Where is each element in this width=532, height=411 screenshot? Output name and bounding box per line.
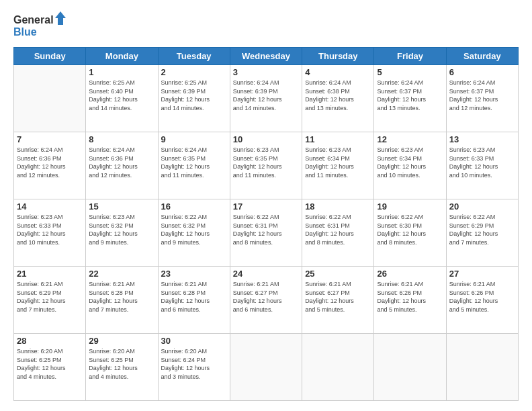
day-info: Sunrise: 6:24 AM Sunset: 6:35 PM Dayligh… — [161, 146, 227, 179]
calendar-cell: 10Sunrise: 6:23 AM Sunset: 6:35 PM Dayli… — [230, 132, 302, 199]
calendar-cell: 13Sunrise: 6:23 AM Sunset: 6:33 PM Dayli… — [446, 132, 518, 199]
day-number: 28 — [17, 336, 83, 346]
day-info: Sunrise: 6:21 AM Sunset: 6:29 PM Dayligh… — [17, 280, 83, 314]
day-info: Sunrise: 6:21 AM Sunset: 6:26 PM Dayligh… — [449, 280, 515, 314]
calendar-cell: 17Sunrise: 6:22 AM Sunset: 6:31 PM Dayli… — [230, 199, 302, 267]
calendar-cell: 25Sunrise: 6:21 AM Sunset: 6:27 PM Dayli… — [302, 267, 374, 334]
day-info: Sunrise: 6:22 AM Sunset: 6:31 PM Dayligh… — [305, 213, 371, 246]
day-info: Sunrise: 6:21 AM Sunset: 6:26 PM Dayligh… — [377, 280, 443, 314]
calendar-cell: 21Sunrise: 6:21 AM Sunset: 6:29 PM Dayli… — [14, 267, 86, 334]
day-info: Sunrise: 6:22 AM Sunset: 6:30 PM Dayligh… — [377, 213, 443, 246]
day-number: 9 — [161, 134, 227, 144]
day-info: Sunrise: 6:24 AM Sunset: 6:39 PM Dayligh… — [233, 79, 299, 112]
calendar-cell: 4Sunrise: 6:24 AM Sunset: 6:38 PM Daylig… — [302, 65, 374, 132]
calendar-cell: 20Sunrise: 6:22 AM Sunset: 6:29 PM Dayli… — [446, 199, 518, 267]
day-number: 22 — [89, 269, 154, 279]
calendar-cell: 12Sunrise: 6:23 AM Sunset: 6:34 PM Dayli… — [374, 132, 446, 199]
calendar-cell: 30Sunrise: 6:20 AM Sunset: 6:24 PM Dayli… — [158, 334, 230, 401]
calendar-cell — [446, 334, 518, 401]
day-info: Sunrise: 6:22 AM Sunset: 6:29 PM Dayligh… — [449, 213, 515, 246]
day-number: 17 — [233, 201, 299, 212]
day-number: 5 — [377, 67, 443, 77]
day-info: Sunrise: 6:20 AM Sunset: 6:25 PM Dayligh… — [17, 347, 83, 381]
day-number: 19 — [377, 201, 443, 212]
calendar-cell: 22Sunrise: 6:21 AM Sunset: 6:28 PM Dayli… — [86, 267, 158, 334]
calendar-cell: 15Sunrise: 6:23 AM Sunset: 6:32 PM Dayli… — [86, 199, 158, 267]
day-number: 25 — [305, 269, 371, 279]
col-header-tuesday: Tuesday — [158, 48, 230, 65]
day-number: 16 — [161, 201, 227, 212]
header: General Blue — [13, 10, 519, 40]
day-number: 21 — [17, 269, 83, 279]
day-number: 10 — [233, 134, 299, 144]
logo-svg: General Blue — [13, 10, 67, 40]
calendar-cell: 28Sunrise: 6:20 AM Sunset: 6:25 PM Dayli… — [14, 334, 86, 401]
day-info: Sunrise: 6:23 AM Sunset: 6:32 PM Dayligh… — [89, 213, 154, 246]
week-row-3: 14Sunrise: 6:23 AM Sunset: 6:33 PM Dayli… — [14, 199, 519, 267]
day-info: Sunrise: 6:21 AM Sunset: 6:27 PM Dayligh… — [233, 280, 299, 314]
day-info: Sunrise: 6:20 AM Sunset: 6:24 PM Dayligh… — [161, 347, 227, 381]
calendar-cell: 27Sunrise: 6:21 AM Sunset: 6:26 PM Dayli… — [446, 267, 518, 334]
day-number: 1 — [89, 67, 154, 77]
calendar-cell: 6Sunrise: 6:24 AM Sunset: 6:37 PM Daylig… — [446, 65, 518, 132]
day-number: 15 — [89, 201, 154, 212]
col-header-saturday: Saturday — [446, 48, 518, 65]
day-info: Sunrise: 6:22 AM Sunset: 6:32 PM Dayligh… — [161, 213, 227, 246]
calendar-cell: 11Sunrise: 6:23 AM Sunset: 6:34 PM Dayli… — [302, 132, 374, 199]
calendar-header-row: SundayMondayTuesdayWednesdayThursdayFrid… — [14, 48, 519, 65]
day-number: 29 — [89, 336, 154, 346]
calendar-cell: 23Sunrise: 6:21 AM Sunset: 6:28 PM Dayli… — [158, 267, 230, 334]
day-info: Sunrise: 6:23 AM Sunset: 6:33 PM Dayligh… — [449, 146, 515, 179]
day-number: 2 — [161, 67, 227, 77]
day-info: Sunrise: 6:21 AM Sunset: 6:27 PM Dayligh… — [305, 280, 371, 314]
day-info: Sunrise: 6:24 AM Sunset: 6:37 PM Dayligh… — [449, 79, 515, 112]
day-info: Sunrise: 6:20 AM Sunset: 6:25 PM Dayligh… — [89, 347, 154, 381]
calendar-cell — [374, 334, 446, 401]
day-info: Sunrise: 6:21 AM Sunset: 6:28 PM Dayligh… — [89, 280, 154, 314]
day-info: Sunrise: 6:25 AM Sunset: 6:39 PM Dayligh… — [161, 79, 227, 112]
calendar-cell — [302, 334, 374, 401]
calendar-cell: 7Sunrise: 6:24 AM Sunset: 6:36 PM Daylig… — [14, 132, 86, 199]
calendar-cell — [14, 65, 86, 132]
col-header-wednesday: Wednesday — [230, 48, 302, 65]
day-number: 26 — [377, 269, 443, 279]
day-info: Sunrise: 6:24 AM Sunset: 6:36 PM Dayligh… — [17, 146, 83, 179]
day-number: 6 — [449, 67, 515, 77]
day-info: Sunrise: 6:24 AM Sunset: 6:36 PM Dayligh… — [89, 146, 154, 179]
day-info: Sunrise: 6:23 AM Sunset: 6:33 PM Dayligh… — [17, 213, 83, 246]
calendar-cell: 19Sunrise: 6:22 AM Sunset: 6:30 PM Dayli… — [374, 199, 446, 267]
day-info: Sunrise: 6:23 AM Sunset: 6:34 PM Dayligh… — [305, 146, 371, 179]
day-number: 14 — [17, 201, 83, 212]
day-info: Sunrise: 6:21 AM Sunset: 6:28 PM Dayligh… — [161, 280, 227, 314]
col-header-monday: Monday — [86, 48, 158, 65]
day-info: Sunrise: 6:23 AM Sunset: 6:34 PM Dayligh… — [377, 146, 443, 179]
week-row-4: 21Sunrise: 6:21 AM Sunset: 6:29 PM Dayli… — [14, 267, 519, 334]
calendar-cell: 16Sunrise: 6:22 AM Sunset: 6:32 PM Dayli… — [158, 199, 230, 267]
day-info: Sunrise: 6:25 AM Sunset: 6:40 PM Dayligh… — [89, 79, 154, 112]
calendar-cell: 1Sunrise: 6:25 AM Sunset: 6:40 PM Daylig… — [86, 65, 158, 132]
calendar-cell: 5Sunrise: 6:24 AM Sunset: 6:37 PM Daylig… — [374, 65, 446, 132]
week-row-2: 7Sunrise: 6:24 AM Sunset: 6:36 PM Daylig… — [14, 132, 519, 199]
col-header-sunday: Sunday — [14, 48, 86, 65]
day-number: 20 — [449, 201, 515, 212]
day-info: Sunrise: 6:24 AM Sunset: 6:38 PM Dayligh… — [305, 79, 371, 112]
day-info: Sunrise: 6:24 AM Sunset: 6:37 PM Dayligh… — [377, 79, 443, 112]
day-number: 3 — [233, 67, 299, 77]
day-number: 4 — [305, 67, 371, 77]
day-number: 23 — [161, 269, 227, 279]
day-number: 11 — [305, 134, 371, 144]
calendar-cell: 18Sunrise: 6:22 AM Sunset: 6:31 PM Dayli… — [302, 199, 374, 267]
day-number: 24 — [233, 269, 299, 279]
page: General Blue SundayMondayTuesdayWednesda… — [0, 0, 532, 411]
calendar-cell: 3Sunrise: 6:24 AM Sunset: 6:39 PM Daylig… — [230, 65, 302, 132]
calendar-cell: 29Sunrise: 6:20 AM Sunset: 6:25 PM Dayli… — [86, 334, 158, 401]
day-number: 30 — [161, 336, 227, 346]
day-number: 27 — [449, 269, 515, 279]
col-header-friday: Friday — [374, 48, 446, 65]
col-header-thursday: Thursday — [302, 48, 374, 65]
week-row-1: 1Sunrise: 6:25 AM Sunset: 6:40 PM Daylig… — [14, 65, 519, 132]
day-number: 13 — [449, 134, 515, 144]
calendar-cell: 8Sunrise: 6:24 AM Sunset: 6:36 PM Daylig… — [86, 132, 158, 199]
calendar-table: SundayMondayTuesdayWednesdayThursdayFrid… — [13, 47, 519, 401]
svg-text:Blue: Blue — [13, 26, 37, 38]
